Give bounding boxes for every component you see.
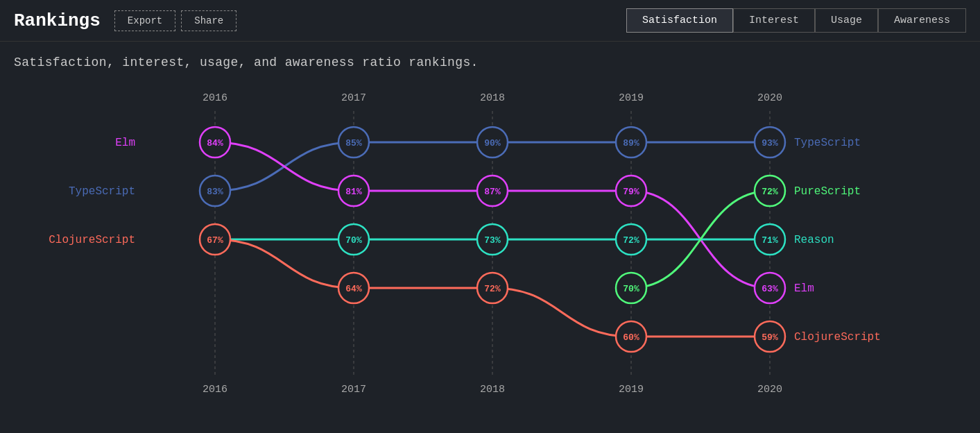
left-label-typescript: TypeScript [69, 185, 135, 198]
year-label-2019-bottom: 2019 [619, 384, 644, 396]
year-label-2019-top: 2019 [619, 92, 644, 104]
subtitle: Satisfaction, interest, usage, and aware… [0, 42, 980, 76]
right-label-reason: Reason [794, 234, 834, 246]
right-label-clojurescript: ClojureScript [794, 331, 881, 343]
tab-interest[interactable]: Interest [733, 8, 815, 33]
svg-text:64%: 64% [345, 284, 362, 294]
chart-container: 2016 2017 2018 2019 2020 2016 2017 2018 … [0, 76, 980, 416]
year-label-2017-bottom: 2017 [341, 384, 366, 396]
svg-text:89%: 89% [623, 138, 639, 148]
left-label-clojurescript: ClojureScript [49, 234, 135, 246]
svg-text:83%: 83% [207, 187, 223, 197]
right-label-purescript: PureScript [794, 185, 861, 198]
rankings-chart: 2016 2017 2018 2019 2020 2016 2017 2018 … [0, 76, 980, 416]
svg-text:90%: 90% [484, 138, 501, 148]
svg-text:60%: 60% [623, 332, 639, 343]
svg-text:93%: 93% [762, 138, 778, 148]
tab-awareness[interactable]: Awareness [878, 8, 966, 33]
page-title: Rankings [14, 10, 101, 31]
tab-group: Satisfaction Interest Usage Awareness [626, 8, 966, 33]
right-label-elm: Elm [794, 282, 814, 295]
year-label-2018-top: 2018 [480, 92, 505, 104]
svg-text:70%: 70% [623, 284, 639, 294]
svg-text:67%: 67% [207, 235, 223, 246]
svg-text:63%: 63% [762, 284, 778, 294]
share-button[interactable]: Share [181, 10, 237, 31]
year-label-2020-bottom: 2020 [757, 384, 782, 396]
svg-text:72%: 72% [623, 235, 639, 246]
svg-text:70%: 70% [345, 235, 362, 246]
export-button[interactable]: Export [114, 10, 175, 31]
year-label-2017-top: 2017 [341, 92, 366, 104]
left-label-elm: Elm [115, 137, 135, 149]
svg-text:72%: 72% [484, 284, 501, 294]
svg-text:73%: 73% [484, 235, 501, 246]
svg-text:85%: 85% [345, 138, 362, 148]
year-label-2016-bottom: 2016 [203, 384, 227, 396]
svg-text:71%: 71% [762, 235, 778, 246]
tab-usage[interactable]: Usage [815, 8, 878, 33]
year-label-2018-bottom: 2018 [480, 384, 505, 396]
svg-text:72%: 72% [762, 187, 778, 197]
year-label-2020-top: 2020 [757, 92, 782, 104]
right-label-typescript: TypeScript [794, 137, 861, 149]
svg-text:84%: 84% [207, 138, 223, 148]
svg-text:59%: 59% [762, 332, 778, 343]
header: Rankings Export Share Satisfaction Inter… [0, 0, 980, 42]
year-label-2016-top: 2016 [203, 92, 227, 104]
tab-satisfaction[interactable]: Satisfaction [626, 8, 733, 33]
svg-text:79%: 79% [623, 187, 639, 197]
svg-text:81%: 81% [345, 187, 362, 197]
svg-text:87%: 87% [484, 187, 501, 197]
